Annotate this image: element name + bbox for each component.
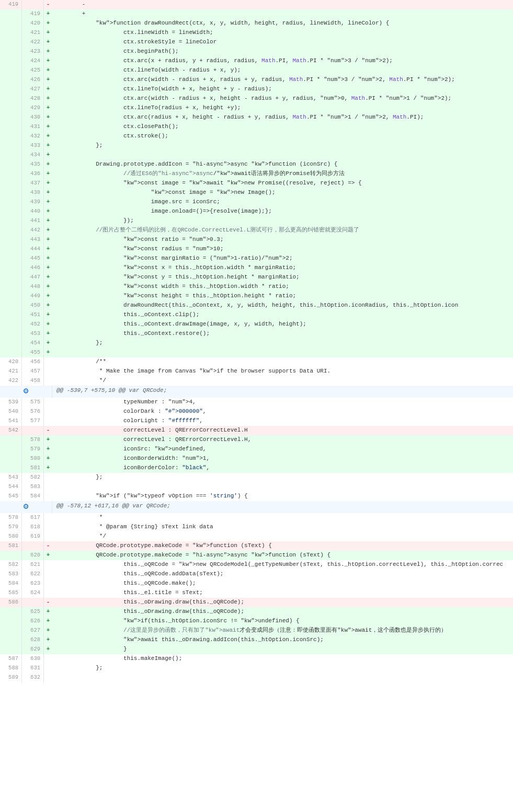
hunk-expand-icon[interactable]: ⚙	[0, 386, 52, 398]
line-content: this._oContext.drawImage(image, x, y, wi…	[52, 320, 513, 329]
line-sign: +	[44, 9, 52, 19]
line-sign: +	[44, 103, 52, 113]
line-sign: +	[44, 28, 52, 38]
line-content: */	[52, 376, 513, 386]
line-content	[52, 348, 513, 357]
line-num-old: 588	[0, 664, 22, 673]
hunk-header-row: ⚙ @@ -578,12 +617,16 @@ var QRCode;	[0, 501, 513, 513]
line-sign: +	[44, 282, 52, 292]
line-num-old	[0, 245, 22, 254]
line-num-new: 577	[22, 416, 44, 426]
line-num-old: 579	[0, 523, 22, 532]
diff-line: 585624 this._el.title = sText;	[0, 588, 513, 598]
line-num-old	[0, 320, 22, 329]
line-num-old	[0, 66, 22, 75]
line-content: correctLevel : QRErrorCorrectLevel.H,	[52, 435, 513, 445]
diff-line: 580+ iconBorderWidth: "num">1,	[0, 454, 513, 463]
line-num-old	[0, 292, 22, 301]
line-sign: +	[44, 188, 52, 198]
line-num-new: 456	[22, 357, 44, 367]
line-content: };	[52, 339, 513, 348]
line-content: ctx.lineTo(width - radius + x, y);	[52, 66, 513, 75]
diff-line: 437+ "kw">const image = "kw">await "kw">…	[0, 179, 513, 188]
line-num-old: 585	[0, 588, 22, 598]
line-content: this._el.title = sText;	[52, 588, 513, 598]
line-num-new: 440	[22, 207, 44, 216]
line-content: *	[52, 513, 513, 523]
line-content: colorLight : "#ffffff",	[52, 416, 513, 426]
line-num-old: 545	[0, 492, 22, 501]
line-num-old	[0, 216, 22, 226]
line-content: ctx.closePath();	[52, 122, 513, 132]
line-num-old	[0, 85, 22, 94]
line-sign: +	[44, 263, 52, 273]
line-content: * @param {String} sText link data	[52, 523, 513, 532]
line-num-new: 628	[22, 635, 44, 645]
hunk-header-row: ⚙ @@ -539,7 +575,10 @@ var QRCode;	[0, 386, 513, 398]
line-num-old	[0, 188, 22, 198]
line-num-new: 621	[22, 560, 44, 570]
line-content: this._oContext.restore();	[52, 329, 513, 339]
line-num-new: 423	[22, 47, 44, 56]
line-num-old: 541	[0, 416, 22, 426]
line-num-new	[22, 0, 44, 9]
line-content: };	[52, 664, 513, 673]
line-content: "kw">const width = this._htOption.width …	[52, 282, 513, 292]
line-content: image.src = iconSrc;	[52, 198, 513, 207]
line-num-new: 445	[22, 254, 44, 263]
line-num-new: 576	[22, 407, 44, 416]
diff-line: 578+ correctLevel : QRErrorCorrectLevel.…	[0, 435, 513, 445]
line-content: ctx.lineTo(width + x, height + y - radiu…	[52, 85, 513, 94]
line-num-old	[0, 132, 22, 141]
line-num-new	[22, 598, 44, 607]
line-num-new: 421	[22, 28, 44, 38]
line-sign: +	[44, 273, 52, 282]
line-content: -	[52, 0, 513, 9]
diff-line: 584623 this._oQRCode.make();	[0, 579, 513, 588]
line-content: drawRoundRect(this._oContext, x, y, widt…	[52, 301, 513, 310]
line-num-new: 624	[22, 588, 44, 598]
line-num-new: 419	[22, 9, 44, 19]
line-content: QRCode.prototype.makeCode = "hi-async">a…	[52, 551, 513, 560]
line-sign: +	[44, 292, 52, 301]
line-sign	[44, 570, 52, 579]
diff-line: 454+ };	[0, 339, 513, 348]
line-num-new: 457	[22, 367, 44, 376]
hunk-expand-icon[interactable]: ⚙	[0, 501, 52, 513]
diff-line: 434+	[0, 150, 513, 160]
line-num-old	[0, 310, 22, 320]
line-num-new: 632	[22, 673, 44, 682]
line-num-old	[0, 38, 22, 47]
line-num-old	[0, 551, 22, 560]
line-num-new: 452	[22, 320, 44, 329]
diff-line: 421+ ctx.lineWidth = lineWidth;	[0, 28, 513, 38]
line-num-old	[0, 19, 22, 28]
line-num-old	[0, 445, 22, 454]
expand-icon: ⚙	[24, 501, 29, 513]
line-num-new: 631	[22, 664, 44, 673]
line-num-new: 432	[22, 132, 44, 141]
hunk-label: @@ -578,12 +617,16 @@ var QRCode;	[52, 501, 513, 513]
line-sign	[44, 376, 52, 386]
diff-line: 422458 */	[0, 376, 513, 386]
diff-line: 423+ ctx.beginPath();	[0, 47, 513, 56]
line-content: correctLevel : QRErrorCorrectLevel.H	[52, 426, 513, 435]
diff-line: 629+ }	[0, 645, 513, 654]
line-sign	[44, 532, 52, 541]
line-num-new: 427	[22, 85, 44, 94]
line-num-old: 419	[0, 0, 22, 9]
line-num-old	[0, 28, 22, 38]
line-num-old	[0, 329, 22, 339]
line-num-old	[0, 463, 22, 473]
line-num-new: 578	[22, 435, 44, 445]
line-sign	[44, 473, 52, 482]
line-content: "kw">const image = "kw">await "kw">new P…	[52, 179, 513, 188]
diff-line: 544583	[0, 482, 513, 492]
diff-line: 422+ ctx.strokeStyle = lineColor	[0, 38, 513, 47]
line-num-old	[0, 75, 22, 85]
line-sign: +	[44, 198, 52, 207]
line-sign: +	[44, 445, 52, 454]
line-sign: +	[44, 113, 52, 122]
line-sign: +	[44, 320, 52, 329]
line-sign: +	[44, 607, 52, 617]
